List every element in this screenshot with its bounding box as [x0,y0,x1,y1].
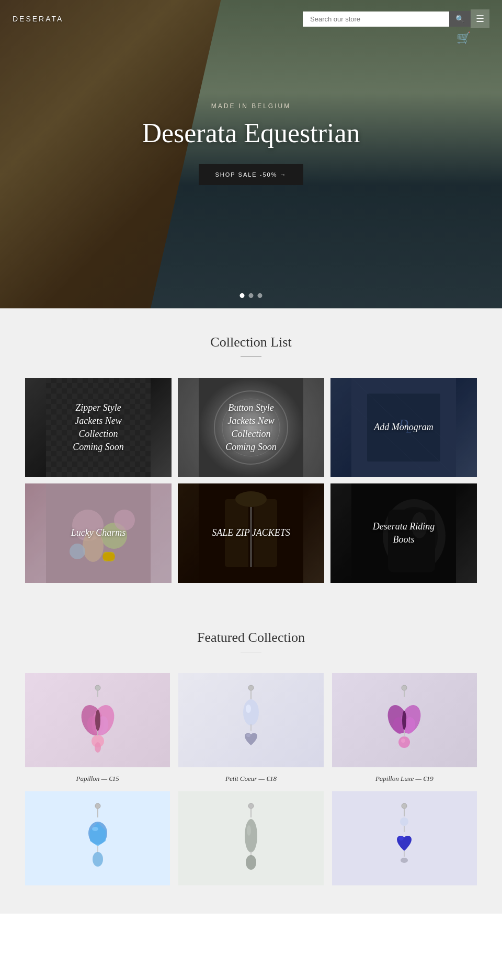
product-item-luxe[interactable]: Papillon Luxe — €19 [332,673,477,783]
hero-title: Deserata Equestrian [142,118,360,148]
collection-section: Collection List [0,308,502,604]
site-header: DESERATA 🔍 ☰ [0,0,502,38]
sale-overlay: SALE ZIP JACKETS [178,483,324,583]
menu-button[interactable]: ☰ [471,9,489,28]
hero-dot-2[interactable] [249,293,254,298]
collection-section-title: Collection List [0,335,502,350]
svg-point-72 [247,825,251,836]
product-title-luxe: Papillon Luxe — €19 [332,775,477,783]
svg-point-62 [95,803,100,809]
svg-point-46 [248,685,254,690]
page-wrapper: DESERATA 🔍 ☰ 🛒 MADE IN BELGIUM Deserata … [0,0,502,914]
svg-point-58 [402,711,406,730]
zipper-label: Zipper StyleJackets NewCollectionComing … [67,396,129,459]
svg-point-52 [402,685,407,690]
product-item-4[interactable] [25,791,170,893]
hero-content: MADE IN BELGIUM Deserata Equestrian SHOP… [0,0,502,308]
product-title-petit: Petit Coeur — €18 [178,775,323,783]
svg-point-77 [400,817,408,826]
product-item-5[interactable] [178,791,323,893]
featured-title-area: Featured Collection [0,604,502,663]
collection-title-area: Collection List [0,308,502,367]
charm6-svg [383,802,425,875]
boots-label: Deserata RidingBoots [368,515,440,551]
collection-item-sale[interactable]: SALE ZIP JACKETS [178,483,324,583]
svg-point-49 [246,705,251,713]
product-image-5 [178,791,323,885]
lucky-overlay: Lucky Charms [25,483,172,583]
product-item-petit[interactable]: Petit Coeur — €18 [178,673,323,783]
button-overlay: Button StyleJackets NewCollectionComing … [178,378,324,477]
product-image-luxe [332,673,477,767]
featured-section: Featured Collection [0,604,502,914]
luxe-charm-svg [383,684,425,757]
svg-point-36 [95,685,100,690]
cart-icon-area[interactable]: 🛒 [457,31,471,45]
hamburger-icon: ☰ [476,14,484,24]
collection-item-button[interactable]: DESERATA EQUESTRIAN Button StyleJackets … [178,378,324,477]
product-image-papillon [25,673,170,767]
featured-grid: Papillon — €15 [0,663,502,914]
svg-point-66 [92,827,98,831]
collection-item-lucky[interactable]: Lucky Charms [25,483,172,583]
collection-item-boots[interactable]: Deserata RidingBoots [330,483,477,583]
search-icon: 🔍 [455,15,464,23]
svg-point-68 [93,852,103,867]
papillon-charm-svg [77,684,119,757]
lucky-label: Lucky Charms [66,521,131,545]
hero-subtitle: MADE IN BELGIUM [211,102,291,110]
svg-point-71 [245,819,257,852]
svg-point-51 [246,734,250,737]
product-item-6[interactable] [332,791,477,893]
product-item-papillon[interactable]: Papillon — €15 [25,673,170,783]
product-image-6 [332,791,477,885]
search-input[interactable] [303,11,449,27]
collection-grid: Zipper StyleJackets NewCollectionComing … [0,367,502,604]
svg-point-44 [95,742,101,753]
product-image-petit [178,673,323,767]
hero-dot-1[interactable] [240,293,245,298]
collection-item-monogram[interactable]: D E Add Monogram [330,378,477,477]
site-logo: DESERATA [13,15,63,23]
svg-point-74 [246,855,256,870]
svg-point-69 [248,803,254,809]
charm5-svg [230,802,272,875]
search-button[interactable]: 🔍 [449,11,471,27]
svg-point-79 [398,836,404,840]
hero-cta-button[interactable]: SHOP SALE -50% → [199,164,304,185]
svg-point-75 [402,803,407,809]
svg-point-61 [401,739,405,743]
boots-overlay: Deserata RidingBoots [330,483,477,583]
hero-dot-3[interactable] [258,293,263,298]
svg-point-48 [243,699,259,725]
petit-charm-svg [230,684,272,757]
button-label: Button StyleJackets NewCollectionComing … [220,396,282,459]
zipper-overlay: Zipper StyleJackets NewCollectionComing … [25,378,172,477]
svg-point-81 [401,858,408,863]
sale-label: SALE ZIP JACKETS [207,521,295,545]
monogram-overlay: Add Monogram [330,378,477,477]
product-image-4 [25,791,170,885]
hero-carousel-dots [240,293,263,298]
collection-divider [241,356,261,357]
search-bar[interactable]: 🔍 ☰ [303,9,489,28]
featured-section-title: Featured Collection [0,630,502,645]
product-title-papillon: Papillon — €15 [25,775,170,783]
svg-point-42 [95,710,100,731]
cart-icon: 🛒 [457,31,471,44]
collection-item-zipper[interactable]: Zipper StyleJackets NewCollectionComing … [25,378,172,477]
charm4-svg [77,802,119,875]
hero-section: DESERATA 🔍 ☰ 🛒 MADE IN BELGIUM Deserata … [0,0,502,308]
monogram-label: Add Monogram [369,416,439,439]
featured-divider [241,652,261,652]
